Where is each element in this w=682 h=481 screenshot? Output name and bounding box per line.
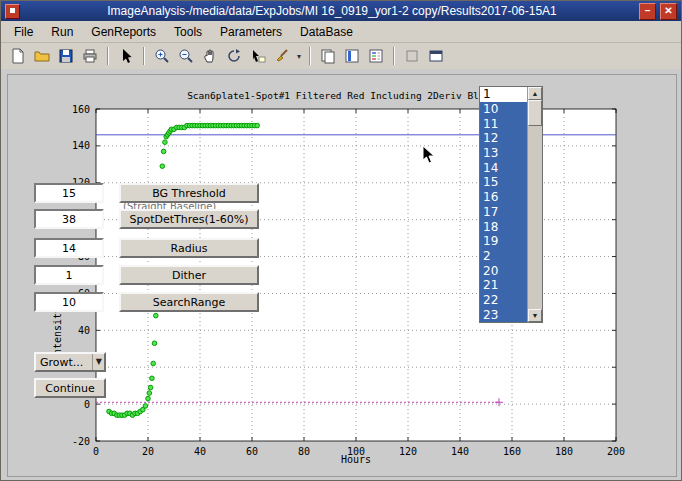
app-window: ImageAnalysis-/media/data/ExpJobs/MI 16_… (0, 0, 682, 481)
growth-curve-point (148, 385, 153, 390)
pointer-arrow-icon (118, 48, 134, 64)
popup-arrow-icon: ▼ (92, 354, 102, 370)
growth-curve-point (143, 404, 148, 409)
dropdown-item-13[interactable]: 13 (480, 146, 527, 161)
dropdown-item-17[interactable]: 17 (480, 205, 527, 220)
dropdown-item-19[interactable]: 19 (480, 234, 527, 249)
zoom-out-button[interactable] (175, 45, 197, 67)
dropdown-item-22[interactable]: 22 (480, 293, 527, 308)
data-cursor-button[interactable] (247, 45, 269, 67)
dock-window-icon (428, 48, 444, 64)
growth-curve-point (161, 149, 166, 154)
print-figure-button[interactable] (79, 45, 101, 67)
new-document-icon (10, 48, 26, 64)
menu-run[interactable]: Run (42, 22, 82, 42)
growth-curve-point (150, 376, 155, 381)
toolbar-separator (393, 47, 395, 65)
x-tick-label: 160 (503, 446, 521, 457)
growth-curve-point (255, 123, 260, 128)
scrollbar-track[interactable] (528, 100, 542, 309)
dropdown-item-12[interactable]: 12 (480, 131, 527, 146)
y-tick-label: 40 (78, 325, 90, 336)
zoom-out-icon (178, 48, 194, 64)
x-tick-label: 0 (93, 446, 99, 457)
zoom-in-button[interactable] (151, 45, 173, 67)
new-figure-button[interactable] (7, 45, 29, 67)
plot-browser-icon (404, 48, 420, 64)
dropdown-item-16[interactable]: 16 (480, 190, 527, 205)
legend-button[interactable] (365, 45, 387, 67)
dropdown-item-18[interactable]: 18 (480, 219, 527, 234)
plot-browser-button[interactable] (401, 45, 423, 67)
spotdetthres-button[interactable]: SpotDetThres(1-60%) (119, 209, 259, 229)
window-menu-icon[interactable] (5, 4, 20, 19)
x-tick-label: 40 (194, 446, 206, 457)
spot-number-listbox[interactable]: 110111213141516171819220212223 ▲ ▼ (479, 86, 543, 323)
dropdown-item-20[interactable]: 20 (480, 263, 527, 278)
growth-curve-point (146, 396, 151, 401)
menu-tools[interactable]: Tools (165, 22, 211, 42)
dropdown-item-1[interactable]: 1 (480, 87, 527, 102)
rotate-3d-icon (226, 48, 242, 64)
copy-figure-button[interactable] (317, 45, 339, 67)
zoom-in-icon (154, 48, 170, 64)
dropdown-items: 110111213141516171819220212223 (480, 87, 527, 322)
growth-curve-point (163, 140, 168, 145)
rotate-3d-button[interactable] (223, 45, 245, 67)
dropdown-item-2[interactable]: 2 (480, 249, 527, 264)
radius-input[interactable] (34, 238, 104, 258)
open-file-button[interactable] (31, 45, 53, 67)
growth-curve-point (151, 361, 156, 366)
close-button[interactable]: ✕ (660, 3, 677, 20)
open-folder-icon (34, 48, 50, 64)
menu-database[interactable]: DataBase (291, 22, 362, 42)
brush-menu-caret[interactable]: ▾ (294, 45, 304, 67)
dropdown-item-23[interactable]: 23 (480, 307, 527, 322)
figure-area: 020406080100120140160180200-200204060801… (1, 69, 682, 481)
minimize-button[interactable]: – (639, 3, 656, 20)
dither-input[interactable] (34, 265, 104, 285)
dither-button[interactable]: Dither (119, 265, 259, 285)
x-tick-label: 80 (298, 446, 310, 457)
copy-figure-icon (320, 48, 336, 64)
plot-title: Scan6plate1-Spot#1 Filtered Red Includin… (187, 90, 479, 101)
growth-curve-point (152, 341, 157, 346)
growth-popup[interactable]: Growt... ▼ (34, 352, 106, 372)
scrollbar-thumb[interactable] (528, 100, 542, 126)
dock-figure-button[interactable] (425, 45, 447, 67)
brush-tool-button[interactable] (271, 45, 293, 67)
pointer-tool-button[interactable] (115, 45, 137, 67)
searchrange-input[interactable] (34, 292, 104, 312)
x-tick-label: 120 (399, 446, 417, 457)
colorbar-button[interactable] (341, 45, 363, 67)
bg-threshold-button[interactable]: BG Threshold (119, 183, 259, 203)
save-floppy-icon (58, 48, 74, 64)
save-figure-button[interactable] (55, 45, 77, 67)
menu-file[interactable]: File (5, 22, 42, 42)
x-tick-label: 20 (142, 446, 154, 457)
dropdown-item-11[interactable]: 11 (480, 116, 527, 131)
data-cursor-icon (250, 48, 266, 64)
x-tick-label: 180 (555, 446, 573, 457)
pan-tool-button[interactable] (199, 45, 221, 67)
continue-button[interactable]: Continue (34, 378, 106, 398)
window-title: ImageAnalysis-/media/data/ExpJobs/MI 16_… (25, 4, 639, 18)
pan-hand-icon (202, 48, 218, 64)
searchrange-button[interactable]: SearchRange (119, 292, 259, 312)
titlebar[interactable]: ImageAnalysis-/media/data/ExpJobs/MI 16_… (1, 1, 681, 21)
growth-popup-label: Growt... (40, 356, 83, 369)
toolbar-separator (143, 47, 145, 65)
menu-genreports[interactable]: GenReports (82, 22, 165, 42)
dropdown-item-21[interactable]: 21 (480, 278, 527, 293)
dropdown-item-14[interactable]: 14 (480, 160, 527, 175)
spotdetthres-input[interactable] (34, 209, 104, 229)
scroll-up-icon[interactable]: ▲ (528, 87, 542, 100)
growth-curve-point (154, 313, 159, 318)
menu-parameters[interactable]: Parameters (211, 22, 291, 42)
dropdown-item-15[interactable]: 15 (480, 175, 527, 190)
scroll-down-icon[interactable]: ▼ (528, 309, 542, 322)
dropdown-item-10[interactable]: 10 (480, 102, 527, 117)
listbox-scrollbar[interactable]: ▲ ▼ (527, 87, 542, 322)
radius-button[interactable]: Radius (119, 238, 259, 258)
bg-threshold-input[interactable] (34, 183, 104, 203)
